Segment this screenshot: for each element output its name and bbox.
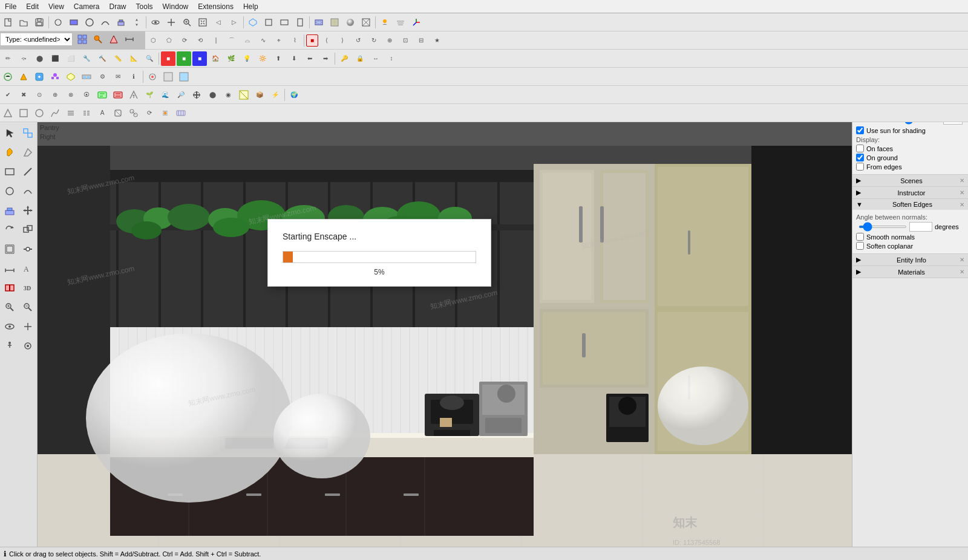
tb3-22[interactable]: 🔑 (337, 51, 352, 66)
tb-paint[interactable] (91, 32, 105, 47)
tb2-17[interactable]: ⊡ (398, 33, 413, 48)
tb2-6[interactable]: ⌒ (224, 33, 239, 48)
tb4-10[interactable] (145, 70, 160, 84)
tb6-2[interactable] (16, 106, 31, 120)
tb3-5[interactable]: ⬜ (64, 51, 78, 66)
tb5-2[interactable]: ✖ (16, 88, 31, 102)
tb2-16[interactable]: ⊕ (382, 33, 397, 48)
menu-file[interactable]: File (0, 1, 21, 12)
menu-tools[interactable]: Tools (131, 1, 158, 12)
tb6-12[interactable] (174, 106, 188, 120)
tb3-24[interactable]: ↔ (368, 51, 383, 66)
tb-shadow-toggle[interactable] (378, 15, 392, 30)
tb-fog[interactable] (393, 15, 408, 30)
tool-pan2[interactable] (19, 318, 36, 335)
tb2-11[interactable]: ■ (306, 34, 318, 47)
tool-arc2[interactable] (19, 183, 36, 200)
tb-shaded[interactable] (343, 15, 358, 30)
tb6-11[interactable] (158, 106, 172, 120)
tb5-12[interactable]: 🔎 (174, 88, 188, 102)
section-materials-header[interactable]: ▶ Materials ✕ (852, 266, 968, 278)
use-sun-checkbox[interactable] (856, 126, 864, 134)
menu-window[interactable]: Window (158, 1, 194, 12)
tb2-4[interactable]: ⟲ (193, 33, 208, 48)
tb5-17[interactable]: 📦 (252, 88, 267, 102)
tb3-10[interactable]: 🔍 (142, 51, 157, 66)
tool-rect2[interactable] (1, 163, 18, 180)
tb-front[interactable] (277, 15, 292, 30)
section-instructor-header[interactable]: ▶ Instructor ✕ (852, 187, 968, 198)
tb2-19[interactable]: ★ (430, 33, 444, 48)
tb4-5[interactable] (64, 70, 78, 84)
tb3-19[interactable]: ⬇ (287, 51, 301, 66)
tb5-1[interactable]: ✔ (1, 88, 15, 102)
tb-orbit[interactable] (148, 15, 163, 30)
smooth-normals-checkbox[interactable] (856, 233, 864, 241)
tb3-20[interactable]: ⬅ (302, 51, 317, 66)
tb6-8[interactable] (111, 106, 125, 120)
section-scenes-header[interactable]: ▶ Scenes ✕ (852, 175, 968, 186)
tb6-3[interactable] (32, 106, 47, 120)
tb5-16[interactable] (237, 88, 251, 102)
tb6-1[interactable] (1, 106, 15, 120)
tb2-14[interactable]: ↺ (351, 33, 365, 48)
tool-walk[interactable] (1, 337, 18, 354)
tb-erase[interactable] (106, 32, 121, 47)
tb5-13[interactable] (189, 88, 204, 102)
tb5-14[interactable]: ⬤ (205, 88, 220, 102)
tb-measure[interactable] (122, 32, 137, 47)
on-faces-checkbox[interactable] (856, 145, 864, 152)
tb5-19[interactable]: 🌍 (287, 88, 301, 102)
tb2-12[interactable]: ⟨ (319, 33, 334, 48)
tb4-3[interactable] (32, 70, 47, 84)
tool-move2[interactable] (19, 202, 36, 219)
tool-section[interactable] (1, 279, 18, 296)
tool-offset[interactable] (1, 241, 18, 258)
tb2-8[interactable]: ∿ (256, 33, 270, 48)
tool-orbit2[interactable] (1, 318, 18, 335)
tb3-18[interactable]: ⬆ (271, 51, 286, 66)
tb6-9[interactable] (126, 106, 141, 120)
normals-value[interactable]: 20.0 (909, 222, 932, 232)
tb2-18[interactable]: ⊟ (414, 33, 428, 48)
soften-coplanar-checkbox[interactable] (856, 242, 864, 250)
tb3-25[interactable]: ↕ (384, 51, 399, 66)
tool-pushpull[interactable] (1, 202, 18, 219)
tb5-15[interactable]: ◉ (221, 88, 235, 102)
tb4-2[interactable] (16, 70, 31, 84)
tb-move[interactable] (129, 15, 144, 30)
tb3-14[interactable]: 🏠 (208, 51, 223, 66)
tool-zoom2[interactable] (1, 299, 18, 316)
tb3-12[interactable]: ■ (177, 51, 191, 66)
tb-prev-view[interactable]: ◁ (211, 15, 226, 30)
menu-extensions[interactable]: Extensions (193, 1, 238, 12)
tool-rotate[interactable] (1, 221, 18, 238)
tb5-7[interactable] (95, 88, 110, 102)
entity-close[interactable]: ✕ (960, 256, 964, 263)
tb-circle[interactable] (82, 15, 97, 30)
tool-line[interactable] (19, 163, 36, 180)
tb5-3[interactable]: ⊙ (32, 88, 47, 102)
tb6-5[interactable] (64, 106, 78, 120)
tb5-10[interactable]: 🌱 (142, 88, 157, 102)
tb6-6[interactable] (79, 106, 94, 120)
tb2-7[interactable]: ⌓ (240, 33, 255, 48)
tool-paint-bucket[interactable] (1, 144, 18, 161)
tool-zoom-out[interactable] (19, 299, 36, 316)
soften-close[interactable]: ✕ (960, 201, 964, 208)
tb2-1[interactable]: ⬡ (146, 33, 160, 48)
tb5-18[interactable]: ⚡ (268, 88, 283, 102)
tb4-9[interactable]: ℹ (126, 70, 141, 84)
tb4-11[interactable] (161, 70, 175, 84)
section-soften-header[interactable]: ▼ Soften Edges ✕ (852, 199, 968, 210)
tb3-9[interactable]: 📐 (126, 51, 141, 66)
menu-camera[interactable]: Camera (69, 1, 105, 12)
tb2-2[interactable]: ⬠ (162, 33, 176, 48)
tb-textured[interactable] (327, 15, 342, 30)
tb-open[interactable] (16, 15, 31, 30)
tool-eraser[interactable] (19, 144, 36, 161)
tb3-17[interactable]: 🔆 (255, 51, 270, 66)
tb-save[interactable] (32, 15, 47, 30)
tb-top[interactable] (261, 15, 276, 30)
tb-arc[interactable] (98, 15, 113, 30)
